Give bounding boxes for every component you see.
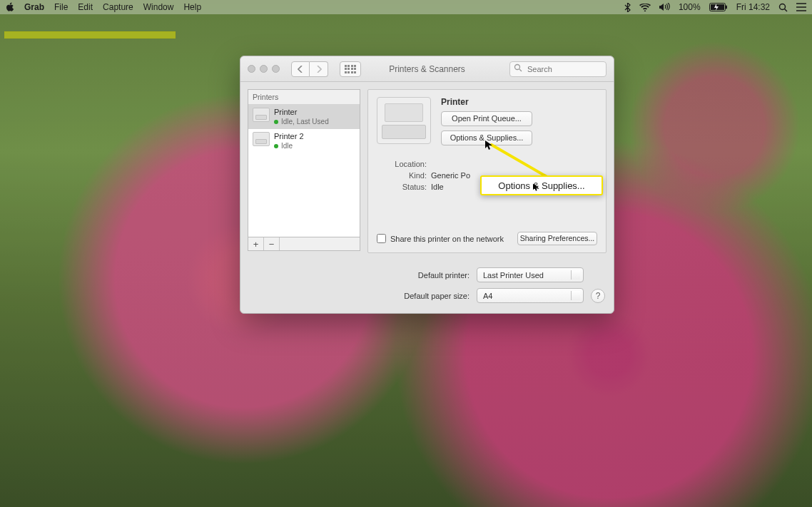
window-titlebar[interactable]: Printers & Scanners [240, 56, 614, 82]
nav-forward-button[interactable] [310, 61, 328, 77]
bluetooth-icon[interactable] [624, 3, 631, 12]
share-printer-checkbox[interactable] [377, 234, 386, 243]
zoom-icon[interactable] [272, 65, 280, 73]
menubar-app-name[interactable]: Grab [24, 2, 44, 12]
default-printer-value: Last Printer Used [483, 271, 544, 280]
sharing-preferences-button[interactable]: Sharing Preferences... [517, 232, 597, 245]
printer-icon [253, 132, 270, 146]
apple-menu-icon[interactable] [6, 2, 14, 12]
nav-back-button[interactable] [291, 61, 310, 77]
printer-status: Idle, Last Used [281, 117, 329, 126]
search-icon [514, 63, 522, 74]
menubar: Grab File Edit Capture Window Help 100% … [0, 0, 812, 14]
menubar-item-file[interactable]: File [54, 2, 68, 12]
printers-sidebar: Printers Printer Idle, Last Used Printer… [248, 89, 360, 253]
chevron-up-down-icon: ▲▼ [573, 270, 579, 281]
default-paper-size-popup[interactable]: A4 ▲▼ [477, 288, 584, 303]
printer-detail-panel: Printer Open Print Queue... Options & Su… [367, 89, 607, 253]
battery-icon[interactable] [709, 3, 728, 11]
default-paper-size-value: A4 [483, 292, 492, 300]
menubar-item-window[interactable]: Window [143, 2, 174, 12]
printer-status: Idle [281, 141, 293, 150]
location-label: Location: [377, 160, 427, 168]
chevron-up-down-icon: ▲▼ [573, 290, 579, 302]
minimize-icon[interactable] [260, 65, 268, 73]
menubar-item-help[interactable]: Help [183, 2, 201, 12]
kind-label: Kind: [377, 171, 427, 180]
svg-line-4 [785, 9, 788, 11]
annotation-strip [4, 31, 176, 39]
help-button[interactable]: ? [591, 289, 605, 303]
desktop: Grab File Edit Capture Window Help 100% … [0, 0, 812, 507]
menubar-item-edit[interactable]: Edit [78, 2, 93, 12]
default-printer-popup[interactable]: Last Printer Used ▲▼ [477, 267, 584, 282]
printer-large-icon [377, 97, 431, 144]
notification-center-icon[interactable] [796, 3, 806, 11]
printer-row[interactable]: Printer 2 Idle [248, 129, 360, 153]
search-input[interactable] [509, 61, 607, 77]
share-printer-label: Share this printer on the network [390, 235, 517, 243]
battery-percent[interactable]: 100% [679, 2, 701, 12]
menubar-item-capture[interactable]: Capture [103, 2, 133, 12]
status-label: Status: [377, 183, 427, 191]
open-print-queue-button[interactable]: Open Print Queue... [441, 111, 532, 126]
annotation-text: Options & Supplies... [498, 180, 584, 191]
svg-point-3 [780, 4, 786, 9]
printers-list[interactable]: Printers Printer Idle, Last Used Printer… [248, 89, 360, 237]
window-traffic-lights[interactable] [248, 65, 280, 73]
cursor-icon [533, 183, 539, 193]
kind-value: Generic Po [431, 171, 470, 180]
show-all-prefs-button[interactable] [340, 61, 361, 77]
spotlight-icon[interactable] [778, 3, 788, 12]
svg-point-5 [515, 64, 520, 69]
window-title: Printers & Scanners [389, 64, 465, 74]
printer-row[interactable]: Printer Idle, Last Used [248, 105, 360, 129]
status-dot-icon [274, 120, 278, 124]
svg-rect-2 [726, 6, 727, 9]
wifi-icon[interactable] [639, 4, 651, 11]
volume-icon[interactable] [659, 3, 670, 11]
status-value: Idle [431, 183, 444, 191]
printer-icon [253, 108, 270, 122]
printer-name: Printer 2 [274, 132, 304, 141]
printer-heading: Printer [441, 97, 597, 107]
menubar-clock[interactable]: Fri 14:32 [736, 2, 770, 12]
svg-line-6 [519, 69, 522, 71]
remove-printer-button[interactable]: − [264, 237, 280, 250]
status-dot-icon [274, 144, 278, 148]
default-paper-size-label: Default paper size: [404, 292, 470, 300]
add-printer-button[interactable]: + [248, 237, 264, 250]
cursor-icon [485, 140, 492, 152]
printer-name: Printer [274, 108, 329, 117]
close-icon[interactable] [248, 65, 255, 73]
annotation-callout: Options & Supplies... [480, 175, 603, 195]
sidebar-header: Printers [248, 90, 360, 105]
default-printer-label: Default printer: [418, 271, 470, 280]
